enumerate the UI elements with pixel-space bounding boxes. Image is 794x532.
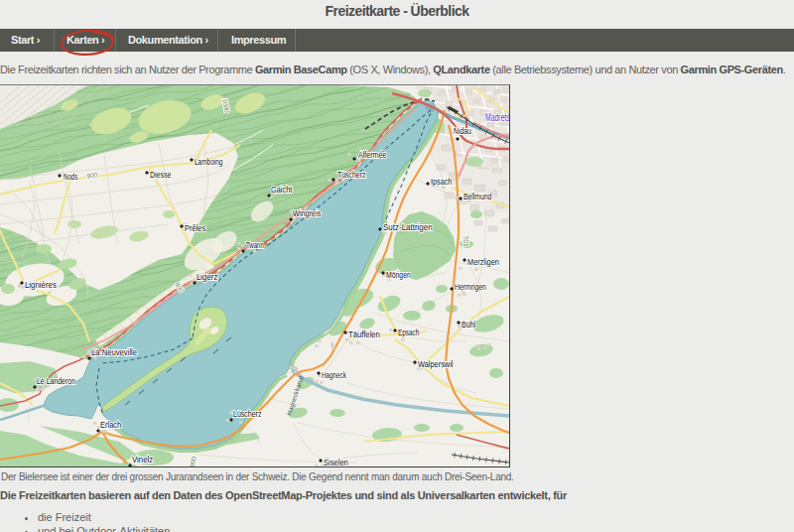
svg-text:Tüscherz: Tüscherz — [337, 169, 366, 180]
svg-text:Bellmund: Bellmund — [463, 191, 491, 201]
svg-text:Walperswil: Walperswil — [418, 358, 454, 369]
svg-text:La Neuveville: La Neuveville — [91, 346, 137, 357]
svg-text:Epsach: Epsach — [398, 327, 419, 337]
svg-text:Merzligen: Merzligen — [467, 256, 499, 267]
svg-text:Madrets: Madrets — [485, 111, 509, 123]
svg-text:Vinelz: Vinelz — [132, 454, 154, 465]
svg-text:Erlach: Erlach — [100, 419, 121, 430]
svg-text:Täuffelen: Täuffelen — [348, 329, 380, 339]
svg-text:Nods: Nods — [64, 171, 77, 182]
svg-text:Hagneck: Hagneck — [322, 369, 346, 380]
svg-text:Twann: Twann — [246, 239, 264, 250]
svg-text:Bühl: Bühl — [462, 319, 475, 330]
svg-text:Lignières: Lignières — [25, 279, 57, 290]
svg-text:Gaicht: Gaicht — [271, 184, 293, 195]
svg-text:Hermrigen: Hermrigen — [455, 281, 486, 292]
svg-text:Mörigen: Mörigen — [386, 269, 411, 280]
svg-text:Siselen: Siselen — [324, 457, 348, 466]
svg-text:Diesse: Diesse — [150, 169, 171, 180]
svg-text:501: 501 — [463, 236, 469, 247]
svg-text:Wingreis: Wingreis — [293, 207, 322, 218]
svg-text:Ipsach: Ipsach — [431, 176, 452, 187]
svg-text:Lamboing: Lamboing — [195, 156, 222, 167]
svg-text:Alfermée: Alfermée — [358, 149, 386, 160]
svg-text:Le Landeron: Le Landeron — [37, 375, 75, 386]
svg-text:Prêles: Prêles — [185, 222, 205, 233]
svg-text:Ligerz: Ligerz — [197, 271, 218, 282]
svg-text:Sutz-Lattrigen: Sutz-Lattrigen — [383, 221, 433, 232]
svg-text:Lüscherz: Lüscherz — [233, 408, 262, 419]
svg-text:Nidau: Nidau — [454, 126, 471, 136]
